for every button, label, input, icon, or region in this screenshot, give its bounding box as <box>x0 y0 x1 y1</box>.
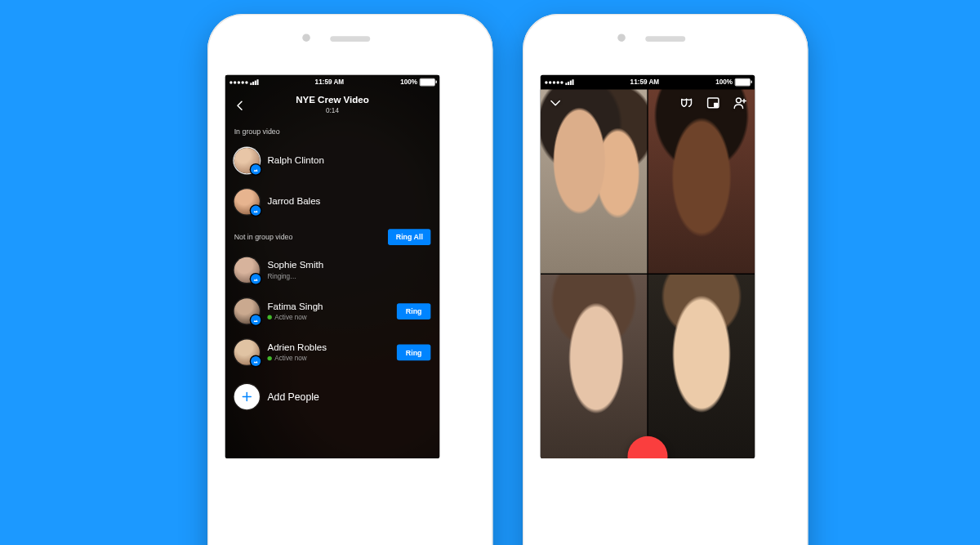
video-tile[interactable] <box>648 90 755 274</box>
messenger-badge-icon <box>251 315 261 325</box>
add-person-button[interactable] <box>732 95 748 111</box>
phone-mockup-right: 11:59 AM 100% <box>523 14 808 545</box>
status-time: 11:59 AM <box>315 78 345 87</box>
collapse-button[interactable] <box>547 95 564 111</box>
messenger-badge-icon <box>251 275 261 284</box>
call-timer: 0:14 <box>296 107 369 114</box>
back-button[interactable] <box>231 96 250 115</box>
participant-name: Adrien Robles <box>267 342 389 354</box>
call-top-toolbar <box>541 90 755 117</box>
call-title: NYE Crew Video <box>296 96 369 106</box>
phone-mockup-left: 11:59 AM 100% NYE Crew Video 0:14 <box>207 14 493 545</box>
participant-status: Active now <box>274 314 306 322</box>
participant-name: Sophie Smith <box>267 261 323 272</box>
svg-point-4 <box>736 98 741 103</box>
participant-name: Ralph Clinton <box>267 155 323 167</box>
active-dot-icon <box>267 356 271 360</box>
battery-icon <box>420 78 435 87</box>
avatar <box>234 340 260 365</box>
add-people-icon <box>234 384 260 409</box>
chevron-down-icon <box>548 96 563 110</box>
plus-icon <box>241 391 253 403</box>
section-in-group-video: In group video <box>225 121 439 141</box>
screen-roster: 11:59 AM 100% NYE Crew Video 0:14 <box>225 75 439 458</box>
battery-percent: 100% <box>715 78 733 87</box>
avatar <box>234 298 260 324</box>
participant-row[interactable]: Adrien Robles Active now Ring <box>225 332 439 373</box>
participant-row[interactable]: Sophie Smith Ringing… <box>225 250 439 291</box>
call-header: NYE Crew Video 0:14 <box>225 90 439 121</box>
video-tile[interactable] <box>541 90 648 274</box>
ios-status-bar: 11:59 AM 100% <box>225 75 439 90</box>
effects-button[interactable] <box>678 95 694 111</box>
add-people-label: Add People <box>267 391 318 403</box>
add-person-icon <box>733 96 747 110</box>
participant-name: Jarrod Bales <box>267 196 320 208</box>
avatar <box>234 189 260 214</box>
status-time: 11:59 AM <box>630 78 660 87</box>
battery-icon <box>735 78 751 87</box>
video-tile[interactable] <box>541 275 648 458</box>
wifi-icon <box>250 80 258 86</box>
grid-layout-icon <box>706 96 720 110</box>
chevron-left-icon <box>234 100 247 112</box>
messenger-badge-icon <box>251 165 261 175</box>
participant-row[interactable]: Fatima Singh Active now Ring <box>225 291 439 332</box>
signal-dots-icon <box>545 81 563 83</box>
ring-button[interactable]: Ring <box>397 345 430 361</box>
video-tile[interactable] <box>648 275 755 458</box>
active-dot-icon <box>267 315 271 319</box>
svg-rect-3 <box>714 103 718 107</box>
ring-all-button[interactable]: Ring All <box>388 229 430 245</box>
participant-row[interactable]: Jarrod Bales <box>225 181 439 222</box>
ios-status-bar: 11:59 AM 100% <box>541 75 755 90</box>
ring-button[interactable]: Ring <box>397 303 430 319</box>
participant-status: Active now <box>274 355 306 363</box>
masks-icon <box>679 96 694 110</box>
battery-percent: 100% <box>400 78 417 87</box>
wifi-icon <box>565 80 573 86</box>
layout-button[interactable] <box>705 95 721 111</box>
signal-dots-icon <box>229 81 247 83</box>
participant-row[interactable]: Ralph Clinton <box>225 141 439 181</box>
add-people-row[interactable]: Add People <box>225 377 439 418</box>
video-grid <box>541 90 755 459</box>
section-label-text: Not in group video <box>234 233 293 241</box>
section-not-in-group-video: Not in group video Ring All <box>225 222 439 249</box>
avatar <box>234 257 260 283</box>
messenger-badge-icon <box>251 356 261 366</box>
screen-video-grid: 11:59 AM 100% <box>541 75 755 458</box>
avatar <box>234 148 260 173</box>
participant-name: Fatima Singh <box>267 302 389 313</box>
messenger-badge-icon <box>251 206 261 216</box>
participant-status: Ringing… <box>267 272 296 280</box>
